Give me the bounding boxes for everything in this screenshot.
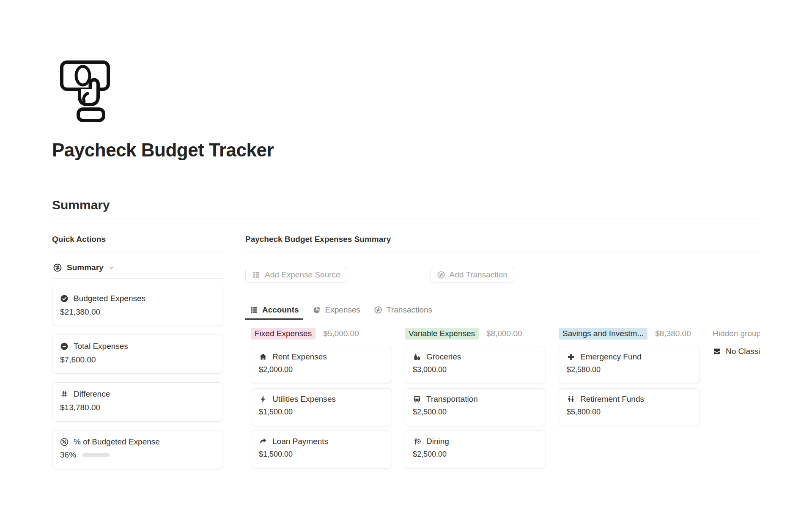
card-value: $21,380.00 [60, 307, 215, 317]
expense-card[interactable]: Rent Expenses $2,000.00 [251, 346, 392, 384]
quick-actions-column: Quick Actions Summary Budgeted Expenses$… [52, 0, 223, 507]
expense-card-amount: $2,500.00 [413, 450, 538, 459]
lightning-icon [259, 395, 267, 403]
expense-card-amount: $2,580.00 [567, 365, 692, 374]
tab-expenses[interactable]: Expenses [308, 301, 365, 320]
bus-icon [413, 395, 421, 403]
expense-card[interactable]: Loan Payments $1,500.00 [251, 430, 392, 469]
expense-card-amount: $1,500.00 [259, 450, 384, 459]
expense-card[interactable]: Groceries $3,000.00 [405, 346, 546, 384]
expense-card[interactable]: Retirement Funds $5,800.00 [559, 388, 700, 426]
column-header: Fixed Expenses $5,000.00 [251, 328, 392, 340]
card-label: Total Expenses [74, 342, 128, 351]
minus-circle-icon [60, 342, 69, 351]
dining-icon [413, 437, 421, 446]
board-column: Fixed Expenses $5,000.00 Rent Expenses $… [251, 328, 392, 469]
view-tabs: Accounts Expenses Transactions [245, 301, 436, 320]
check-circle-icon [60, 294, 69, 303]
add-expense-source-button[interactable]: Add Expense Source [245, 267, 347, 282]
quick-action-cards: Budgeted Expenses$21,380.00 Total Expens… [52, 287, 223, 469]
table-rows-icon [252, 271, 261, 279]
expense-card[interactable]: Emergency Fund $2,580.00 [559, 346, 700, 384]
button-label: Add Expense Source [265, 270, 340, 280]
column-group-pill[interactable]: Variable Expenses [405, 328, 479, 340]
expenses-board: Fixed Expenses $5,000.00 Rent Expenses $… [251, 328, 760, 469]
quick-actions-heading[interactable]: Quick Actions [52, 235, 106, 244]
pie-chart-icon [313, 306, 321, 314]
expense-card-title: Groceries [426, 352, 461, 362]
board-column: Variable Expenses $8,000.00 Groceries $3… [405, 328, 546, 469]
tabs-top-divider [245, 295, 760, 295]
progress-bar [82, 453, 110, 457]
card-label: % of Budgeted Expense [74, 437, 160, 447]
table-rows-icon [250, 306, 258, 314]
column-total: $5,000.00 [323, 329, 359, 338]
expense-card-title: Transportation [426, 395, 478, 404]
people-icon [567, 395, 575, 403]
percent-circle-icon [60, 438, 69, 446]
quick-action-card[interactable]: Difference$13,780.00 [52, 382, 223, 422]
hidden-groups-label: Hidden groups [713, 328, 760, 340]
expense-card-title: Rent Expenses [272, 352, 327, 362]
hash-icon [60, 390, 69, 398]
expense-card-title: Dining [426, 437, 449, 446]
view-selector-label: Summary [67, 263, 104, 272]
expense-card-amount: $2,500.00 [413, 408, 538, 417]
expenses-summary-divider [245, 252, 760, 252]
chevron-down-icon [108, 265, 115, 271]
expenses-summary-heading[interactable]: Paycheck Budget Expenses Summary [245, 235, 391, 244]
arrow-redo-icon [259, 437, 267, 446]
tab-accounts[interactable]: Accounts [245, 301, 303, 320]
add-transaction-button[interactable]: Add Transaction [430, 267, 514, 282]
column-group-pill[interactable]: Savings and Investm... [559, 328, 647, 340]
expense-card[interactable]: Dining $2,500.00 [405, 430, 546, 469]
groceries-icon [413, 353, 421, 361]
expense-card-amount: $2,000.00 [259, 365, 384, 374]
column-total: $8,000.00 [486, 329, 522, 338]
hidden-group-item-label: No Classification [726, 347, 760, 356]
hidden-groups-column: Hidden groups No Classification [713, 328, 760, 356]
quick-actions-divider [52, 252, 223, 252]
expense-card-title: Loan Payments [272, 437, 328, 446]
transactions-icon [437, 271, 445, 279]
expense-card-amount: $5,800.00 [567, 408, 692, 417]
quick-action-card[interactable]: Budgeted Expenses$21,380.00 [52, 287, 223, 326]
column-header: Variable Expenses $8,000.00 [405, 328, 546, 340]
quick-action-card[interactable]: % of Budgeted Expense 36% [52, 430, 223, 469]
transactions-icon [53, 263, 62, 272]
column-header: Savings and Investm... $8,380.00 [559, 328, 700, 340]
house-icon [259, 353, 267, 361]
expense-card-amount: $1,500.00 [259, 408, 384, 417]
button-label: Add Transaction [450, 270, 508, 280]
card-label: Budgeted Expenses [74, 294, 145, 303]
quick-action-card[interactable]: Total Expenses$7,600.00 [52, 334, 223, 374]
expense-card-amount: $3,000.00 [413, 365, 538, 374]
card-value: $7,600.00 [60, 355, 215, 364]
tab-label: Transactions [387, 305, 432, 315]
expense-card-title: Emergency Fund [580, 352, 642, 362]
tab-label: Accounts [262, 305, 299, 315]
progress-value: 36% [60, 450, 76, 460]
expenses-summary-column: Paycheck Budget Expenses Summary Add Exp… [245, 0, 760, 507]
card-label: Difference [74, 389, 110, 399]
expense-card-title: Retirement Funds [580, 395, 644, 404]
tab-transactions[interactable]: Transactions [370, 301, 436, 320]
transactions-icon [374, 306, 382, 314]
inbox-icon [713, 347, 721, 356]
plus-icon [567, 353, 575, 361]
action-buttons-row: Add Expense Source Add Transaction [245, 267, 514, 282]
hidden-group-no-classification[interactable]: No Classification [713, 347, 760, 356]
expense-card-title: Utilities Expenses [272, 395, 336, 404]
column-total: $8,380.00 [655, 329, 691, 338]
expense-card[interactable]: Transportation $2,500.00 [405, 388, 546, 426]
column-group-pill[interactable]: Fixed Expenses [251, 328, 315, 340]
summary-view-selector[interactable]: Summary [53, 259, 115, 277]
transactions-icon [53, 263, 62, 272]
tab-label: Expenses [325, 305, 360, 315]
board-column: Savings and Investm... $8,380.00 Emergen… [559, 328, 700, 426]
view-selector-divider [52, 278, 223, 279]
expense-card[interactable]: Utilities Expenses $1,500.00 [251, 388, 392, 426]
card-value: $13,780.00 [60, 403, 215, 412]
